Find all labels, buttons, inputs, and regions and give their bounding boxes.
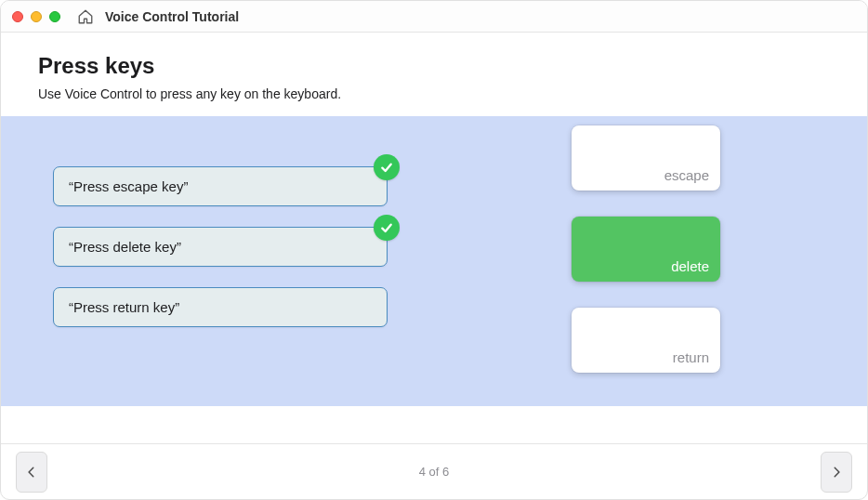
command-item: “Press escape key” <box>53 166 388 206</box>
page-indicator: 4 of 6 <box>419 465 450 479</box>
key-visuals: escape delete return <box>572 125 720 373</box>
previous-button[interactable] <box>16 452 47 493</box>
content-area: “Press escape key” “Press delete key” “P… <box>1 116 867 406</box>
window-title: Voice Control Tutorial <box>105 9 239 24</box>
traffic-lights <box>12 11 60 22</box>
checkmark-icon <box>374 154 400 180</box>
page-subtitle: Use Voice Control to press any key on th… <box>38 86 830 101</box>
command-text: “Press return key” <box>69 299 179 315</box>
minimize-button[interactable] <box>31 11 42 22</box>
key-label: escape <box>664 167 709 183</box>
next-button[interactable] <box>821 452 852 493</box>
command-text: “Press delete key” <box>69 239 181 255</box>
footer: 4 of 6 <box>1 443 867 499</box>
command-text: “Press escape key” <box>69 178 188 194</box>
key-return: return <box>572 308 720 373</box>
home-icon[interactable] <box>77 8 94 25</box>
command-item: “Press delete key” <box>53 227 388 267</box>
page-title: Press keys <box>38 53 830 79</box>
checkmark-icon <box>374 215 400 241</box>
key-label: return <box>673 349 709 365</box>
command-list: “Press escape key” “Press delete key” “P… <box>53 166 388 327</box>
maximize-button[interactable] <box>49 11 60 22</box>
header: Press keys Use Voice Control to press an… <box>1 33 867 116</box>
titlebar: Voice Control Tutorial <box>1 1 867 33</box>
key-delete: delete <box>572 217 720 282</box>
command-item: “Press return key” <box>53 287 388 327</box>
close-button[interactable] <box>12 11 23 22</box>
key-escape: escape <box>572 125 720 191</box>
key-label: delete <box>671 258 709 274</box>
